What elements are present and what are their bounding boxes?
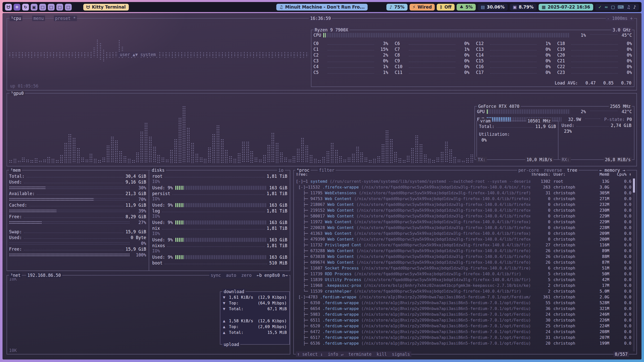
process-row[interactable]: [-]─11532 .firefox-wrappe (/nix/store/fq…	[296, 184, 631, 190]
process-row[interactable]: ├─ 6350 .ferdium-wrappe (/nix/store/a1pj…	[296, 300, 631, 306]
proc-panel: ⁴proc filter per-corereversetree ← memor…	[293, 170, 637, 354]
net-interface-selector[interactable]: ←b enp8s0 n→	[257, 273, 288, 278]
cat-launcher-button[interactable]: ᗢ	[5, 4, 12, 11]
proc-sort-selector[interactable]: ← memory →	[598, 167, 626, 173]
process-row[interactable]: ├─ 689674 Web Content (/nix/store/fqadd0…	[296, 259, 631, 265]
bell-icon[interactable]: ♪	[633, 5, 636, 10]
net-toggle-sync[interactable]: sync	[211, 273, 221, 278]
check-icon[interactable]: ✓	[598, 5, 602, 10]
eco-module[interactable]: ♣5%	[457, 4, 476, 11]
process-row[interactable]: [-]─1 systemd (/run/current-system/syste…	[296, 178, 631, 184]
process-row[interactable]: ├─ 673288 Web Content (/nix/store/fqadd0…	[296, 248, 631, 254]
wave-icon[interactable]: ≈	[605, 5, 608, 10]
process-row[interactable]: ├─ 94753 Web Content (/nix/store/fqadd0b…	[296, 196, 631, 202]
window-title-button[interactable]: ᗢ Kitty Terminal	[83, 4, 129, 11]
proc-footer-actions: ↑ select ↓ info ↵ terminate kill signals	[296, 351, 411, 357]
process-row[interactable]: ├─ 6511 .ferdium-wrappe (/nix/store/a1pj…	[296, 317, 631, 323]
terminate-control[interactable]: terminate	[348, 351, 372, 357]
core-graph	[490, 56, 537, 56]
upload-stat-label: Total:	[229, 330, 244, 335]
disks-io-toggle[interactable]: io	[277, 167, 285, 173]
ws1-launcher-button[interactable]: ▣	[31, 4, 37, 11]
proc-scrollbar[interactable]	[633, 178, 635, 351]
process-row[interactable]: ├─ 11972 Web Content (/nix/store/fqadd0b…	[296, 219, 631, 225]
process-row[interactable]: ├─ 11968 .keepassxc-prox (/nix/store/bsl…	[296, 283, 631, 288]
media-icon[interactable]: ♫	[627, 5, 630, 10]
memory-module[interactable]: ▤30.06%	[478, 4, 508, 11]
graph-column	[281, 52, 283, 55]
process-mem: 51M	[583, 265, 609, 271]
graph-column	[9, 52, 11, 55]
music-player-module[interactable]: ♫ Minuit Machine - Don't Run Fro...	[276, 4, 368, 11]
mem-stat-row: Total:30,4 GiB	[9, 173, 146, 179]
process-row[interactable]: ├─ 6517 .ferdium-wrappe (/nix/store/a1pj…	[296, 335, 631, 340]
volume-module[interactable]: ♪75%	[386, 4, 408, 11]
info-control[interactable]: info ↵	[328, 351, 343, 357]
proc-option-tree[interactable]: tree	[567, 167, 577, 173]
process-row[interactable]: ├─ 6520 .ferdium-wrappe (/nix/store/a1pj…	[296, 323, 631, 329]
process-row[interactable]: ├─ 11795 WebExtensions (/nix/store/fqadd…	[296, 190, 631, 196]
process-threads: 2	[530, 288, 550, 294]
leader	[172, 194, 265, 195]
proc-option-per-core[interactable]: per-core	[518, 167, 539, 173]
graph-column	[182, 106, 186, 163]
display-icon[interactable]: ▢	[611, 5, 615, 10]
proc-option-reverse[interactable]: reverse	[544, 167, 562, 173]
menu-button[interactable]: menu	[32, 16, 45, 21]
process-row[interactable]: ├─ 11739 RDD Process (/nix/store/fqadd0b…	[296, 271, 631, 277]
ws4-launcher-button[interactable]: □	[56, 4, 63, 11]
process-row[interactable]: ├─ 479390 Web Content (/nix/store/fqadd0…	[296, 236, 631, 242]
load-avg-label: Load AVG:	[555, 80, 578, 85]
core-C3: C30%	[313, 58, 388, 63]
ws5-launcher-button[interactable]: □	[65, 4, 72, 11]
ws2-launcher-button[interactable]: □	[39, 4, 46, 11]
date-module[interactable]: ▦2025-07-22 16:36	[539, 4, 593, 11]
kill-control[interactable]: kill	[377, 351, 387, 357]
process-row[interactable]: [-]─4783 .ferdium-wrappe (/nix/store/a1p…	[296, 294, 631, 300]
process-row[interactable]: ├─ 580017 Web Content (/nix/store/fqadd0…	[296, 213, 631, 219]
download-stat-arrow-icon: ▼	[223, 306, 229, 311]
graph-column	[428, 158, 431, 163]
process-row[interactable]: ├─ 218067 Web Content (/nix/store/fqadd0…	[296, 202, 631, 207]
net-toggle-auto[interactable]: auto	[226, 273, 236, 278]
graph-column	[268, 52, 270, 55]
graph-column	[31, 52, 33, 55]
date-value: 2025-07-22 16:36	[548, 5, 590, 10]
net-toggle-zero[interactable]: zero	[241, 273, 252, 278]
process-mem: 271M	[583, 196, 609, 202]
process-row[interactable]: ├─ 5983 .ferdium-wrappe (/nix/store/a1pj…	[296, 311, 631, 317]
proc-scrollbar-thumb[interactable]	[633, 178, 635, 193]
disk-module[interactable]: ▣8.79%	[510, 4, 537, 11]
process-row[interactable]: ├─ 11839 Utility Process (/nix/store/fqa…	[296, 277, 631, 283]
graph-column	[204, 158, 207, 163]
process-row[interactable]: ├─ 219152 Web Content (/nix/store/fqadd0…	[296, 207, 631, 213]
keyboard-icon[interactable]: ⌨	[618, 5, 624, 10]
process-row[interactable]: ├─ 41363 Web Content (/nix/store/fqadd0b…	[296, 231, 631, 236]
reload-launcher-button[interactable]: ↻	[22, 4, 29, 11]
process-row[interactable]: └─ 11539 crashhelper (/nix/store/fqadd0b…	[296, 288, 631, 294]
graph-column	[187, 55, 189, 58]
bluetooth-module[interactable]: ᛒOff	[437, 4, 454, 11]
process-row[interactable]: ├─ 6654 .ferdium-wrappe (/nix/store/a1pj…	[296, 306, 631, 311]
process-row[interactable]: ├─ 220028 Web Content (/nix/store/fqadd0…	[296, 225, 631, 231]
preset-button[interactable]: preset *	[54, 16, 77, 21]
signals-control[interactable]: signals	[392, 351, 410, 357]
process-row[interactable]: ├─ 6536 .ferdium-wrappe (/nix/store/a1pj…	[296, 340, 631, 346]
select-control[interactable]: ↑ select ↓	[297, 351, 323, 357]
network-module[interactable]: ⚡Wired	[410, 4, 435, 11]
eco-value: 5%	[465, 5, 473, 10]
ws3-launcher-button[interactable]: □	[48, 4, 55, 11]
process-row[interactable]: ├─ 673038 Web Content (/nix/store/fqadd0…	[296, 254, 631, 259]
process-row[interactable]: ├─ 6472 .ferdium-wrappe (/nix/store/a1pj…	[296, 329, 631, 335]
graph-column	[228, 55, 230, 58]
cpu-total-row: CPU 1% 45°C	[311, 30, 634, 38]
proc-filter-button[interactable]: filter	[318, 167, 336, 173]
update-interval-control[interactable]: - 1000ms +	[606, 16, 634, 21]
process-threads: 26	[530, 259, 550, 265]
graph-column	[244, 52, 246, 55]
graph-column	[9, 55, 11, 57]
process-command: (/nix/store/fqadd0bprwc5yw5k99xajbdqd1dz…	[364, 243, 530, 247]
process-row[interactable]: ├─ 11607 Socket Process (/nix/store/fqad…	[296, 265, 631, 271]
process-row[interactable]: ├─ 11732 Privileged Cont (/nix/store/fqa…	[296, 242, 631, 248]
nix-launcher-button[interactable]: ❄	[14, 4, 20, 11]
